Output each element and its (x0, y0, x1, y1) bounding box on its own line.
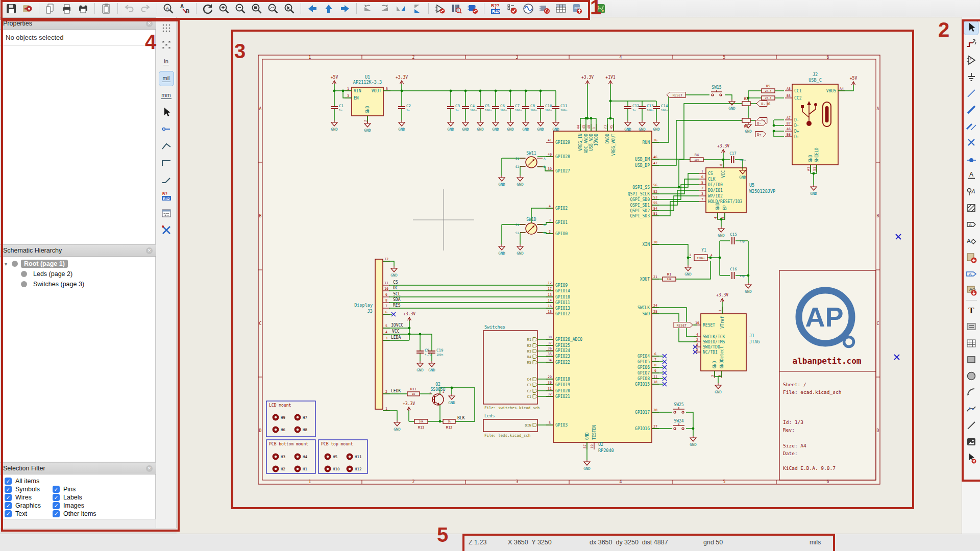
zoom-out-icon[interactable] (233, 2, 248, 16)
select-icon[interactable] (964, 21, 978, 35)
net-label[interactable]: SDA (393, 297, 401, 302)
filter-wires[interactable]: ✓Wires (5, 494, 48, 501)
checkbox-checked-icon[interactable]: ✓ (5, 478, 12, 485)
zoom-in-icon[interactable] (217, 2, 231, 16)
close-icon[interactable]: ✕ (146, 465, 153, 472)
filter-images[interactable]: ✓Images (53, 502, 96, 509)
circle-icon[interactable] (964, 369, 978, 383)
zoom-selection-icon[interactable] (282, 2, 297, 16)
filter-labels[interactable]: ✓Labels (53, 494, 96, 501)
export-bom-icon[interactable]: .bom (570, 2, 584, 16)
draw-bus-icon[interactable] (964, 103, 978, 117)
annotate-auto-icon[interactable]: R?R42 (159, 189, 174, 204)
filter-graphics[interactable]: ✓Graphics (5, 502, 48, 509)
units-inches-icon[interactable]: in (159, 55, 174, 69)
highlight-net-icon[interactable] (964, 37, 978, 51)
page-settings-icon[interactable] (43, 2, 58, 16)
net-label[interactable]: LEDA (391, 335, 401, 340)
hierarchy-navigator-icon[interactable] (159, 206, 174, 220)
filter-all-items[interactable]: ✓All items (5, 478, 48, 485)
schematic-canvas[interactable]: 112233445566AABBCCDDU1AP2112K-3.31VIN3EN… (177, 17, 962, 534)
undo-icon[interactable] (122, 2, 136, 16)
net-label[interactable]: SCL (393, 292, 401, 296)
refresh-icon[interactable] (201, 2, 215, 16)
grid-dots-icon[interactable] (159, 21, 174, 35)
checkbox-checked-icon[interactable]: ✓ (53, 486, 60, 493)
browse-libraries-icon[interactable] (449, 2, 463, 16)
mirror-h-icon[interactable] (410, 2, 424, 16)
image-icon[interactable] (964, 435, 978, 448)
rotate-cw-icon[interactable] (377, 2, 391, 16)
net-label[interactable]: DC (393, 286, 398, 290)
resistor-r3[interactable] (742, 118, 750, 122)
chevron-down-icon[interactable]: ▾ (5, 261, 11, 267)
hidden-pins-icon[interactable] (159, 122, 174, 136)
net-label[interactable]: LEDK (391, 389, 401, 393)
checkbox-checked-icon[interactable]: ✓ (53, 494, 60, 501)
net-label[interactable]: BLK (457, 416, 465, 420)
rectangle-icon[interactable] (964, 353, 978, 366)
zoom-objects-icon[interactable] (266, 2, 280, 16)
import-sheet-pin-icon[interactable]: A◇ (964, 284, 978, 297)
cursor-style-icon[interactable] (159, 105, 174, 119)
new-sheet-icon[interactable] (964, 251, 978, 264)
units-mm-icon[interactable]: mm (159, 88, 174, 103)
edit-symbol-icon[interactable] (433, 2, 447, 16)
place-symbol-icon[interactable]: + (964, 54, 978, 67)
net-label[interactable]: RES (393, 303, 401, 308)
symbol-display[interactable] (375, 259, 383, 409)
zoom-fit-icon[interactable] (250, 2, 264, 16)
rotate-ccw-icon[interactable] (361, 2, 375, 16)
bezier-icon[interactable] (964, 402, 978, 416)
close-icon[interactable]: ✕ (146, 247, 153, 254)
erc-icon[interactable] (505, 2, 519, 16)
line-icon[interactable] (964, 418, 978, 432)
net-label[interactable]: VCC (392, 329, 400, 334)
checkbox-checked-icon[interactable]: ✓ (5, 494, 12, 501)
close-icon[interactable]: ✕ (146, 20, 153, 27)
free-angle-wires-icon[interactable] (159, 139, 174, 153)
mirror-v-icon[interactable] (394, 2, 408, 16)
checkbox-checked-icon[interactable]: ✓ (53, 510, 60, 517)
global-label-icon[interactable]: A (964, 267, 978, 281)
table-icon[interactable] (964, 336, 978, 350)
resistor-r2[interactable] (742, 102, 750, 106)
netclass-flag-icon[interactable]: A (964, 234, 978, 248)
grid-axes-icon[interactable] (159, 38, 174, 52)
assign-footprints-icon[interactable] (537, 2, 552, 16)
nav-forward-icon[interactable] (338, 2, 352, 16)
edit-footprint-icon[interactable] (465, 2, 480, 16)
no-connect-icon[interactable] (964, 136, 978, 149)
print-icon[interactable] (60, 2, 74, 16)
checkbox-checked-icon[interactable]: ✓ (5, 486, 12, 493)
panel-tools-icon[interactable] (159, 223, 174, 237)
redo-icon[interactable] (138, 2, 153, 16)
units-mils-icon[interactable]: mil (159, 71, 174, 86)
place-power-icon[interactable] (964, 70, 978, 84)
fields-table-icon[interactable] (554, 2, 568, 16)
textbox-icon[interactable] (964, 320, 978, 334)
find-replace-icon[interactable]: AB (178, 2, 192, 16)
draw-wire-icon[interactable] (964, 86, 978, 100)
filter-pins[interactable]: ✓Pins (53, 486, 96, 493)
ortho-wires-icon[interactable] (159, 156, 174, 170)
save-icon[interactable] (4, 2, 18, 16)
hierarchy-item-leds[interactable]: Leds (page 2) (1, 269, 155, 279)
net-label[interactable]: CS (393, 280, 398, 285)
checkbox-checked-icon[interactable]: ✓ (5, 502, 12, 509)
nav-up-icon[interactable] (322, 2, 336, 16)
hierarchy-item-root[interactable]: ▾Root (page 1) (1, 259, 155, 269)
filter-text[interactable]: ✓Text (5, 510, 48, 517)
find-icon[interactable]: A (161, 2, 176, 16)
plot-icon[interactable] (76, 2, 90, 16)
checkbox-checked-icon[interactable]: ✓ (5, 510, 12, 517)
45deg-wires-icon[interactable] (159, 172, 174, 187)
filter-symbols[interactable]: ✓Symbols (5, 486, 48, 493)
schematic-setup-icon[interactable] (20, 2, 35, 16)
simulator-icon[interactable] (521, 2, 535, 16)
directive-label-icon[interactable]: A (964, 185, 978, 198)
filter-other-items[interactable]: ✓Other items (53, 510, 96, 517)
paste-icon[interactable] (99, 2, 113, 16)
checkbox-checked-icon[interactable]: ✓ (53, 502, 60, 509)
junction-icon[interactable] (964, 152, 978, 166)
